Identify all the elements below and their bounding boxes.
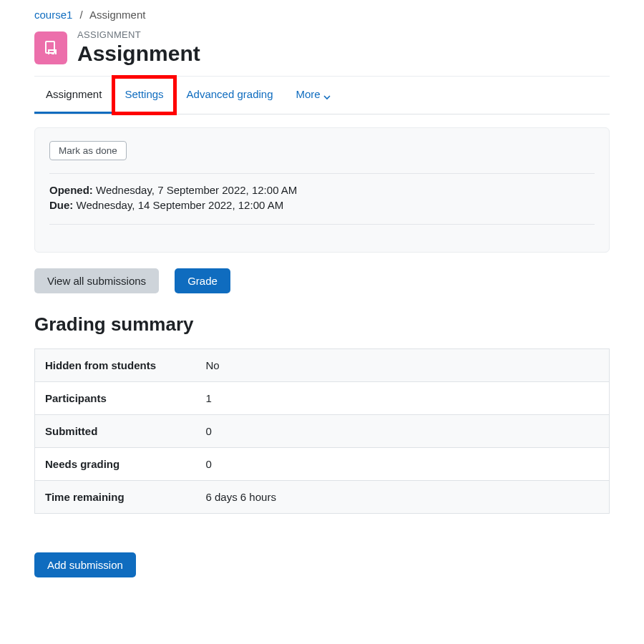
tab-more-label: More	[296, 88, 321, 100]
divider	[49, 224, 595, 225]
table-row: Participants1	[35, 382, 610, 415]
view-all-submissions-button[interactable]: View all submissions	[34, 268, 159, 293]
summary-row-value: 0	[196, 448, 610, 481]
page-title: Assignment	[77, 42, 200, 66]
grade-button[interactable]: Grade	[175, 268, 230, 293]
tab-advanced-grading[interactable]: Advanced grading	[175, 77, 285, 114]
summary-row-label: Needs grading	[35, 448, 196, 481]
table-row: Time remaining6 days 6 hours	[35, 481, 610, 514]
opened-value: Wednesday, 7 September 2022, 12:00 AM	[96, 184, 297, 196]
activity-kind-label: ASSIGNMENT	[77, 29, 200, 40]
table-row: Submitted0	[35, 415, 610, 448]
chevron-down-icon	[323, 91, 331, 98]
breadcrumb: course1 / Assignment	[34, 9, 610, 21]
tab-settings[interactable]: Settings	[113, 77, 175, 114]
mark-as-done-button[interactable]: Mark as done	[49, 141, 127, 160]
grading-summary-table: Hidden from studentsNoParticipants1Submi…	[34, 348, 610, 514]
tab-assignment[interactable]: Assignment	[34, 77, 113, 114]
breadcrumb-separator: /	[80, 9, 83, 21]
summary-row-label: Submitted	[35, 415, 196, 448]
due-line: Due: Wednesday, 14 September 2022, 12:00…	[49, 199, 595, 211]
summary-row-label: Time remaining	[35, 481, 196, 514]
summary-row-label: Hidden from students	[35, 349, 196, 382]
add-submission-button[interactable]: Add submission	[34, 552, 136, 577]
due-label: Due:	[49, 199, 73, 211]
table-row: Hidden from studentsNo	[35, 349, 610, 382]
opened-label: Opened:	[49, 184, 93, 196]
opened-line: Opened: Wednesday, 7 September 2022, 12:…	[49, 184, 595, 196]
assignment-icon	[34, 31, 67, 64]
tab-bar: Assignment Settings Advanced grading Mor…	[34, 77, 610, 114]
summary-row-value: 1	[196, 382, 610, 415]
page-header: ASSIGNMENT Assignment	[34, 29, 610, 77]
svg-rect-0	[46, 42, 54, 53]
tab-more[interactable]: More	[285, 77, 342, 114]
summary-row-value: No	[196, 349, 610, 382]
due-value: Wednesday, 14 September 2022, 12:00 AM	[77, 199, 284, 211]
divider	[49, 173, 595, 174]
assignment-info-card: Mark as done Opened: Wednesday, 7 Septem…	[34, 127, 610, 253]
summary-row-value: 6 days 6 hours	[196, 481, 610, 514]
summary-row-value: 0	[196, 415, 610, 448]
breadcrumb-current: Assignment	[89, 9, 145, 21]
table-row: Needs grading0	[35, 448, 610, 481]
grading-summary-heading: Grading summary	[34, 313, 610, 336]
breadcrumb-parent[interactable]: course1	[34, 9, 72, 21]
summary-row-label: Participants	[35, 382, 196, 415]
action-row: View all submissions Grade	[34, 268, 610, 293]
